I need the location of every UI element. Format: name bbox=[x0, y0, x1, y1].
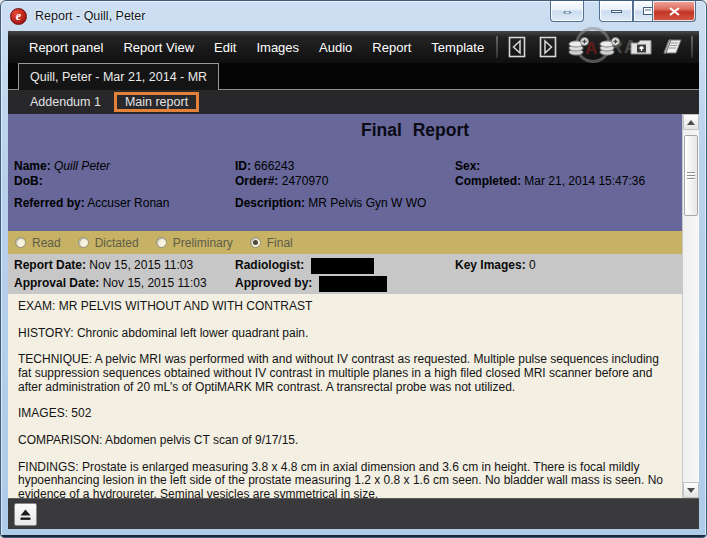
report-paragraph-findings: FINDINGS: Prostate is enlarged measuring… bbox=[18, 461, 672, 498]
patient-name-row: Name: Quill Peter bbox=[14, 159, 169, 174]
dock-window-button[interactable]: ⇔ bbox=[550, 1, 584, 22]
patient-dob-row: DoB: bbox=[14, 174, 169, 189]
report-window: e Report - Quill, Peter ⇔ Report panel R… bbox=[0, 0, 707, 538]
completed-label: Completed: bbox=[455, 174, 521, 188]
folder-export-icon bbox=[629, 36, 653, 58]
key-images-row: Key Images: 0 bbox=[455, 256, 536, 274]
restore-icon bbox=[643, 7, 653, 15]
database-add-button-2[interactable] bbox=[598, 35, 622, 59]
completed-row: Completed: Mar 21, 2014 15:47:36 bbox=[455, 174, 645, 189]
radiologist-label: Radiologist: bbox=[235, 258, 304, 272]
report-paragraph-comparison: COMPARISON: Abdomen pelvis CT scan of 9/… bbox=[18, 434, 672, 448]
thumb-grip bbox=[687, 178, 695, 179]
dob-label: DoB: bbox=[14, 174, 43, 188]
report-paragraph-exam: EXAM: MR PELVIS WITHOUT AND WITH CONTRAS… bbox=[18, 300, 672, 314]
next-report-button[interactable] bbox=[536, 35, 560, 59]
database-add-button[interactable] bbox=[567, 35, 591, 59]
logbook-button[interactable] bbox=[660, 35, 684, 59]
meta-keyimages-column: Key Images: 0 bbox=[455, 256, 536, 274]
radio-preliminary-label: Preliminary bbox=[173, 236, 233, 250]
client-area: Report panel Report View Edit Images Aud… bbox=[8, 31, 699, 529]
menu-images[interactable]: Images bbox=[256, 40, 299, 55]
close-icon bbox=[669, 7, 680, 16]
tab-study-quill-peter[interactable]: Quill, Peter - Mar 21, 2014 - MR bbox=[18, 63, 219, 90]
radio-read[interactable]: Read bbox=[15, 236, 61, 250]
menu-report-panel[interactable]: Report panel bbox=[29, 40, 103, 55]
previous-icon bbox=[507, 36, 527, 58]
scroll-down-button[interactable] bbox=[683, 482, 699, 498]
menu-report[interactable]: Report bbox=[372, 40, 411, 55]
order-row: Order#: 2470970 bbox=[235, 174, 426, 189]
report-date-value: Nov 15, 2015 11:03 bbox=[89, 258, 193, 272]
sex-label: Sex: bbox=[455, 159, 480, 173]
referred-by-label: Referred by: bbox=[14, 196, 85, 210]
report-paragraph-technique: TECHNIQUE: A pelvic MRI was performed wi… bbox=[18, 353, 672, 394]
radio-preliminary-icon bbox=[156, 237, 167, 248]
radio-preliminary[interactable]: Preliminary bbox=[156, 236, 233, 250]
order-label: Order#: bbox=[235, 174, 278, 188]
name-label: Name: bbox=[14, 159, 51, 173]
menu-edit[interactable]: Edit bbox=[214, 40, 236, 55]
menu-template[interactable]: Template bbox=[431, 40, 484, 55]
menu-bar: Report panel Report View Edit Images Aud… bbox=[8, 31, 699, 63]
report-date-label: Report Date: bbox=[14, 258, 86, 272]
tab-main-report[interactable]: Main report bbox=[117, 95, 196, 109]
order-value: 2470970 bbox=[282, 174, 329, 188]
key-images-value: 0 bbox=[529, 258, 536, 272]
arrow-up-icon bbox=[687, 120, 695, 125]
window-title: Report - Quill, Peter bbox=[35, 9, 145, 23]
patient-column-right: Sex: Completed: Mar 21, 2014 15:47:36 bbox=[455, 159, 645, 189]
id-label: ID: bbox=[235, 159, 251, 173]
study-tab-bar: Quill, Peter - Mar 21, 2014 - MR bbox=[8, 63, 699, 90]
double-arrow-icon: ⇔ bbox=[561, 5, 574, 18]
radio-final[interactable]: Final bbox=[250, 236, 293, 250]
close-button[interactable] bbox=[652, 1, 696, 22]
thumb-grip bbox=[687, 175, 695, 176]
meta-people-column: Radiologist: Approved by: bbox=[235, 256, 387, 292]
key-images-label: Key Images: bbox=[455, 258, 526, 272]
previous-report-button[interactable] bbox=[505, 35, 529, 59]
report-meta: Report Date: Nov 15, 2015 11:03 Approval… bbox=[8, 254, 682, 294]
report-body[interactable]: EXAM: MR PELVIS WITHOUT AND WITH CONTRAS… bbox=[8, 294, 682, 498]
erad-logo-icon: e bbox=[10, 8, 27, 25]
menu-report-view[interactable]: Report View bbox=[123, 40, 194, 55]
minimize-button[interactable] bbox=[599, 1, 633, 22]
meta-dates-column: Report Date: Nov 15, 2015 11:03 Approval… bbox=[14, 256, 207, 292]
radio-dictated-label: Dictated bbox=[95, 236, 139, 250]
report-paragraph-images: IMAGES: 502 bbox=[18, 407, 672, 421]
radio-final-icon bbox=[250, 237, 261, 248]
completed-value: Mar 21, 2014 15:47:36 bbox=[524, 174, 645, 188]
radio-dictated[interactable]: Dictated bbox=[78, 236, 139, 250]
radiologist-row: Radiologist: bbox=[235, 256, 387, 274]
scroll-up-button[interactable] bbox=[683, 114, 699, 130]
minimize-icon bbox=[611, 10, 622, 13]
report-title: Final Report bbox=[8, 120, 682, 141]
description-label: Description: bbox=[235, 196, 305, 210]
report-paragraph-history: HISTORY: Chronic abdominal left lower qu… bbox=[18, 327, 672, 341]
study-tab-label: Quill, Peter - Mar 21, 2014 - MR bbox=[30, 70, 207, 84]
referred-by-row: Referred by: Accuser Ronan bbox=[14, 196, 169, 211]
approved-by-redacted-value bbox=[319, 276, 387, 292]
report-panel: Final Report Name: Quill Peter DoB: Refe… bbox=[8, 114, 699, 498]
approved-by-label: Approved by: bbox=[235, 276, 312, 290]
arrow-down-icon bbox=[687, 488, 695, 493]
tab-addendum-1[interactable]: Addendum 1 bbox=[22, 93, 109, 111]
title-bar[interactable]: e Report - Quill, Peter ⇔ bbox=[1, 1, 706, 31]
radio-final-label: Final bbox=[267, 236, 293, 250]
menu-audio[interactable]: Audio bbox=[319, 40, 352, 55]
scrollbar-thumb[interactable] bbox=[684, 135, 698, 216]
next-icon bbox=[538, 36, 558, 58]
bottom-bar bbox=[8, 498, 699, 529]
referred-by-value: Accuser Ronan bbox=[87, 196, 169, 210]
highlight-box: Main report bbox=[114, 92, 199, 112]
database-add-icon bbox=[567, 36, 591, 58]
export-folder-button[interactable] bbox=[629, 35, 653, 59]
report-tab-bar: Addendum 1 Main report bbox=[8, 90, 699, 114]
radio-read-label: Read bbox=[32, 236, 61, 250]
collapse-panel-button[interactable] bbox=[14, 503, 37, 526]
radiologist-redacted-value bbox=[311, 258, 374, 274]
sex-row: Sex: bbox=[455, 159, 645, 174]
vertical-scrollbar[interactable] bbox=[682, 114, 699, 498]
report-header: Final Report Name: Quill Peter DoB: Refe… bbox=[8, 114, 682, 231]
approval-date-value: Nov 15, 2015 11:03 bbox=[103, 276, 207, 290]
